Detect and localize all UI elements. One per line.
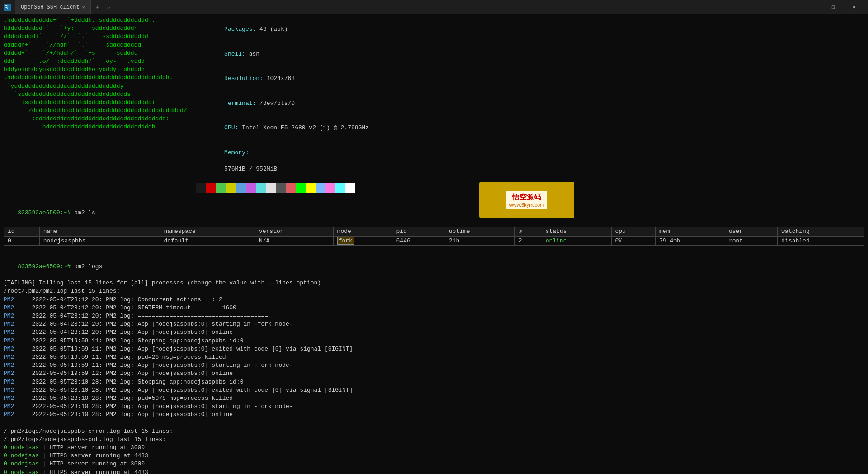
app-icon: S <box>4 4 11 11</box>
pm2-log-13: PM2 2022-05-05T23:10:28: PM2 log: App [n… <box>4 403 864 411</box>
pm2-log-3: PM2 2022-05-04T23:12:20: PM2 log: App [n… <box>4 320 864 328</box>
cell-mem: 59.4mb <box>656 236 725 245</box>
pm2-log-1: PM2 2022-05-04T23:12:20: PM2 log: SIGTER… <box>4 304 864 312</box>
sys-cpu: CPU: Intel Xeon E5-2680 v2 (1) @ 2.799GH… <box>196 116 369 141</box>
cell-status: online <box>542 236 611 245</box>
titlebar: S OpenSSH SSH client ✕ ＋ ⌄ — ❐ ✕ <box>0 0 868 14</box>
cell-id: 0 <box>4 236 40 245</box>
swatch-6 <box>256 183 266 193</box>
cell-namespace: default <box>160 236 255 245</box>
njs-log-2: 0|nodejsas | HTTP server running at 3000 <box>4 460 864 468</box>
swatch-1 <box>206 183 216 193</box>
cell-watching: disabled <box>778 236 864 245</box>
tailing-header: [TAILING] Tailing last 15 lines for [all… <box>4 279 864 287</box>
log-file1: /root/.pm2/pm2.log last 15 lines: <box>4 287 864 295</box>
log-file2-out: /.pm2/logs/nodejsaspbbs-out.log last 15 … <box>4 436 864 444</box>
pm2-log-12: PM2 2022-05-05T23:10:28: PM2 log: pid=50… <box>4 394 864 403</box>
col-user: user <box>725 227 777 236</box>
swatch-13 <box>326 183 335 193</box>
swatch-11 <box>306 183 316 193</box>
sys-resolution: Resolution: 1024x768 <box>196 66 369 91</box>
pm2-log-2: PM2 2022-05-04T23:12:20: PM2 log: ======… <box>4 312 864 320</box>
tab-openssh[interactable]: OpenSSH SSH client ✕ <box>15 0 91 14</box>
table-row: 0 nodejsaspbbs default N/A fork 6446 21h… <box>4 236 864 245</box>
swatch-3 <box>226 183 236 193</box>
close-button[interactable]: ✕ <box>844 0 864 14</box>
col-version: version <box>255 227 333 236</box>
col-watching: watching <box>778 227 864 236</box>
col-id: id <box>4 227 40 236</box>
restore-button[interactable]: ❐ <box>823 0 844 14</box>
tab-close-icon[interactable]: ✕ <box>82 5 85 10</box>
swatch-10 <box>296 183 306 193</box>
njs-log-0: 0|nodejsas | HTTP server running at 3000 <box>4 444 864 452</box>
pm2-log-4: PM2 2022-05-04T23:12:20: PM2 log: App [n… <box>4 328 864 337</box>
cell-user: root <box>725 236 777 245</box>
col-namespace: namespace <box>160 227 255 236</box>
pm2-log-6: PM2 2022-05-05T19:59:11: PM2 log: App [n… <box>4 345 864 353</box>
color-swatches <box>196 183 369 193</box>
tab-area: OpenSSH SSH client ✕ ＋ ⌄ <box>15 0 113 14</box>
cell-name: nodejsaspbbs <box>39 236 160 245</box>
col-mem: mem <box>656 227 725 236</box>
svg-text:S: S <box>5 5 8 11</box>
njs-log-3: 0|nodejsas | HTTPS server running at 443… <box>4 469 864 474</box>
col-name: name <box>39 227 160 236</box>
pm2-log-9: PM2 2022-05-05T19:59:12: PM2 log: App [n… <box>4 370 864 378</box>
sys-packages: Packages: 46 (apk) <box>196 17 369 42</box>
njs-log-1: 0|nodejsas | HTTPS server running at 443… <box>4 452 864 460</box>
col-pid: pid <box>392 227 445 236</box>
swatch-5 <box>246 183 256 193</box>
prompt-pm2logs: 803592ae6509:~# pm2 logs <box>4 255 864 280</box>
pm2-log-7: PM2 2022-05-05T19:59:11: PM2 log: pid=26… <box>4 353 864 361</box>
swatch-12 <box>316 183 326 193</box>
terminal-content[interactable]: .hdddddddddddd+` `+ddddh:-sddddddddddddd… <box>0 14 868 474</box>
swatch-8 <box>276 183 286 193</box>
pm2-log-11: PM2 2022-05-05T23:10:28: PM2 log: App [n… <box>4 386 864 394</box>
col-mode: mode <box>333 227 392 236</box>
swatch-0 <box>196 183 206 193</box>
log-file2-error: /.pm2/logs/nodejsaspbbs-error.log last 1… <box>4 427 864 436</box>
cell-uptime: 21h <box>445 236 514 245</box>
tab-dropdown-button[interactable]: ⌄ <box>104 2 113 12</box>
new-tab-button[interactable]: ＋ <box>91 1 104 13</box>
pm2-log-8: PM2 2022-05-05T19:59:11: PM2 log: App [n… <box>4 361 864 370</box>
swatch-2 <box>216 183 226 193</box>
col-uptime: uptime <box>445 227 514 236</box>
pm2-log-10: PM2 2022-05-05T23:10:28: PM2 log: Stoppi… <box>4 378 864 386</box>
swatch-9 <box>286 183 296 193</box>
tab-label: OpenSSH SSH client <box>21 4 80 10</box>
table-header-row: id name namespace version mode pid uptim… <box>4 227 864 236</box>
cell-cpu: 0% <box>611 236 655 245</box>
pm2-log-5: PM2 2022-05-05T19:59:11: PM2 log: Stoppi… <box>4 337 864 345</box>
minimize-button[interactable]: — <box>802 0 823 14</box>
cell-version: N/A <box>255 236 333 245</box>
watermark-text1: 悟空源码 <box>509 193 544 202</box>
col-cpu: cpu <box>611 227 655 236</box>
swatch-4 <box>236 183 246 193</box>
watermark-text2: www.5kym.com <box>509 202 544 208</box>
swatch-7 <box>266 183 276 193</box>
window-controls: — ❐ ✕ <box>802 0 864 14</box>
col-status: status <box>542 227 611 236</box>
prompt-pm2ls: 803592ae6509:~# pm2 ls <box>4 201 864 226</box>
cell-mode: fork <box>333 236 392 245</box>
swatch-15 <box>345 183 355 193</box>
sys-shell: Shell: ash <box>196 42 369 67</box>
sys-terminal: Terminal: /dev/pts/0 <box>196 91 369 116</box>
pm2-table: id name namespace version mode pid uptim… <box>4 227 864 246</box>
swatch-14 <box>335 183 345 193</box>
pm2-log-0: PM2 2022-05-04T23:12:20: PM2 log: Concur… <box>4 296 864 304</box>
cell-restarts: 2 <box>514 236 542 245</box>
sys-memory: Memory: 576MiB / 952MiB <box>196 141 369 182</box>
pm2-log-14: PM2 2022-05-05T23:10:28: PM2 log: App [n… <box>4 411 864 419</box>
col-restarts: ↺ <box>514 227 542 236</box>
cell-pid: 6446 <box>392 236 445 245</box>
watermark: 悟空源码 www.5kym.com <box>479 182 574 218</box>
